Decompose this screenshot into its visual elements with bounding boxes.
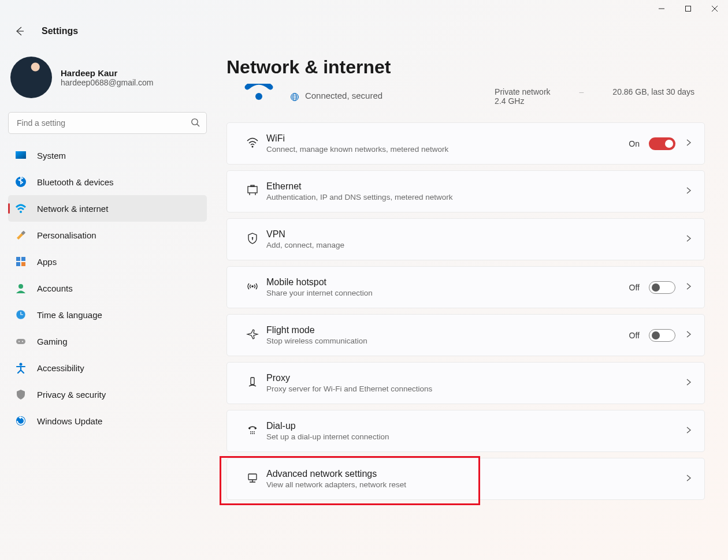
chevron-right-icon	[685, 330, 693, 341]
chevron-right-icon	[685, 234, 693, 245]
setting-row-dialup[interactable]: Dial-up Set up a dial-up internet connec…	[226, 410, 705, 452]
window-minimize-button[interactable]	[648, 0, 675, 17]
sidebar-item-label: Gaming	[37, 337, 68, 346]
search-input[interactable]	[8, 112, 207, 134]
toggle-state-label: Off	[629, 331, 640, 340]
setting-row-wifi[interactable]: WiFi Connect, manage known networks, met…	[226, 122, 705, 165]
svg-point-17	[20, 363, 23, 366]
hotspot-icon	[246, 280, 259, 295]
setting-title: VPN	[266, 229, 685, 240]
svg-point-25	[252, 237, 254, 238]
page-title: Network & internet	[226, 57, 705, 78]
maximize-icon	[685, 5, 692, 12]
svg-point-5	[20, 211, 22, 213]
sidebar-item-label: Privacy & security	[37, 390, 106, 400]
sidebar-item-label: Bluetooth & devices	[37, 177, 114, 187]
sidebar-item-label: Apps	[37, 257, 57, 267]
sidebar-item-personalisation[interactable]: Personalisation	[8, 222, 207, 248]
sidebar-nav: System Bluetooth & devices Network & int…	[8, 142, 207, 434]
svg-point-26	[251, 285, 254, 288]
sidebar-item-time-language[interactable]: Time & language	[8, 301, 207, 328]
globe-icon	[290, 92, 299, 102]
setting-row-flight-mode[interactable]: Flight mode Stop wireless communication …	[226, 314, 705, 356]
back-button[interactable]	[9, 21, 30, 42]
profile-block[interactable]: Hardeep Kaur hardeep0688@gmail.com	[8, 51, 207, 110]
setting-row-hotspot[interactable]: Mobile hotspot Share your internet conne…	[226, 266, 705, 308]
svg-point-1	[192, 119, 198, 125]
svg-point-30	[250, 431, 251, 432]
shield-icon	[15, 389, 27, 400]
apps-icon	[15, 256, 27, 267]
chevron-right-icon	[685, 474, 693, 484]
sidebar-item-accessibility[interactable]: Accessibility	[8, 354, 207, 381]
sidebar-item-gaming[interactable]: Gaming	[8, 328, 207, 354]
profile-email: hardeep0688@gmail.com	[61, 78, 154, 87]
setting-title: Dial-up	[266, 421, 685, 431]
setting-row-advanced-network[interactable]: Advanced network settings View all netwo…	[226, 458, 705, 500]
setting-row-ethernet[interactable]: Ethernet Authentication, IP and DNS sett…	[226, 170, 705, 212]
search-icon[interactable]	[191, 118, 200, 129]
svg-rect-14	[16, 339, 25, 344]
sidebar-item-apps[interactable]: Apps	[8, 248, 207, 275]
svg-point-16	[22, 341, 23, 342]
separator: –	[580, 87, 584, 106]
svg-rect-24	[251, 185, 254, 186]
arrow-left-icon	[14, 26, 25, 36]
chevron-right-icon	[685, 139, 693, 149]
profile-name: Hardeep Kaur	[61, 68, 154, 78]
flight-mode-toggle[interactable]	[649, 329, 675, 342]
wifi-toggle[interactable]	[649, 137, 675, 150]
clock-globe-icon	[15, 309, 27, 320]
sidebar-item-accounts[interactable]: Accounts	[8, 275, 207, 301]
window-close-button[interactable]	[701, 0, 728, 17]
svg-point-34	[252, 433, 253, 434]
gamepad-icon	[15, 335, 27, 347]
setting-subtitle: Connect, manage known networks, metered …	[266, 145, 629, 154]
setting-title: Proxy	[266, 373, 685, 383]
search-box	[8, 112, 207, 134]
close-icon	[711, 5, 718, 12]
svg-point-28	[249, 427, 251, 429]
wifi-large-icon	[244, 84, 274, 109]
sidebar-item-windows-update[interactable]: Windows Update	[8, 408, 207, 434]
svg-rect-7	[16, 257, 20, 261]
setting-subtitle: Set up a dial-up internet connection	[266, 432, 685, 441]
setting-row-proxy[interactable]: Proxy Proxy server for Wi-Fi and Etherne…	[226, 362, 705, 404]
svg-point-15	[18, 341, 20, 342]
svg-point-33	[250, 433, 251, 434]
hotspot-toggle[interactable]	[649, 281, 675, 294]
paintbrush-icon	[15, 229, 27, 241]
sidebar-item-label: Personalisation	[37, 230, 96, 240]
sidebar-item-bluetooth[interactable]: Bluetooth & devices	[8, 169, 207, 195]
vpn-shield-icon	[246, 232, 259, 247]
connection-summary: Connected, secured Private network 2.4 G…	[226, 84, 705, 122]
sidebar-item-label: Accessibility	[37, 363, 84, 373]
system-icon	[15, 150, 27, 161]
setting-row-vpn[interactable]: VPN Add, connect, manage	[226, 218, 705, 260]
setting-subtitle: Stop wireless communication	[266, 337, 629, 345]
content-area: Network & internet Connected, secured Pr…	[215, 45, 728, 517]
svg-point-19	[255, 93, 262, 100]
update-icon	[15, 415, 27, 427]
sidebar-item-label: Accounts	[37, 283, 73, 293]
svg-rect-8	[21, 257, 25, 261]
header: Settings	[0, 17, 728, 45]
svg-rect-23	[248, 186, 257, 193]
svg-rect-10	[21, 262, 25, 266]
setting-title: WiFi	[266, 133, 629, 144]
sidebar-item-privacy[interactable]: Privacy & security	[8, 381, 207, 408]
sidebar: Hardeep Kaur hardeep0688@gmail.com Syste…	[0, 45, 215, 517]
setting-title: Advanced network settings	[266, 469, 685, 479]
header-title: Settings	[42, 26, 78, 36]
window-maximize-button[interactable]	[675, 0, 701, 17]
setting-title: Ethernet	[266, 181, 685, 192]
sidebar-item-network[interactable]: Network & internet	[8, 195, 207, 222]
svg-rect-36	[248, 474, 257, 480]
avatar	[10, 57, 52, 98]
sidebar-item-label: System	[37, 151, 66, 160]
network-adapter-icon	[246, 472, 259, 487]
svg-point-32	[254, 431, 255, 432]
minimize-icon	[658, 5, 665, 12]
sidebar-item-system[interactable]: System	[8, 142, 207, 169]
setting-subtitle: Proxy server for Wi-Fi and Ethernet conn…	[266, 384, 685, 393]
